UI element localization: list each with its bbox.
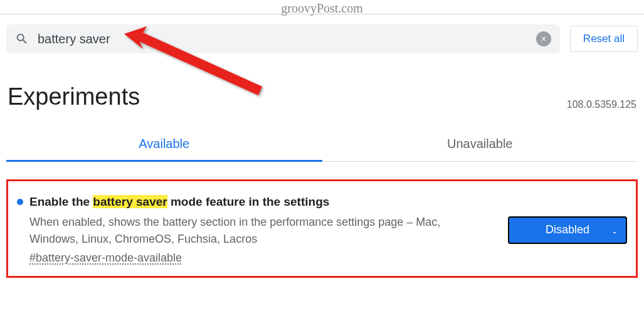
select-value: Disabled xyxy=(546,223,589,236)
experiment-title-row: Enable the battery saver mode feature in… xyxy=(17,195,495,209)
experiment-description: When enabled, shows the battery section … xyxy=(29,214,456,248)
close-icon xyxy=(540,35,547,43)
watermark-text: groovyPost.com xyxy=(281,1,363,16)
experiment-highlight-box: Enable the battery saver mode feature in… xyxy=(6,179,638,278)
experiment-state-select[interactable]: Disabled xyxy=(508,216,627,244)
chevron-down-icon xyxy=(611,226,618,234)
search-input[interactable] xyxy=(38,32,536,46)
tabs: Available Unavailable xyxy=(6,128,638,162)
header-row: Experiments 108.0.5359.125 xyxy=(6,83,638,110)
version-text: 108.0.5359.125 xyxy=(567,99,636,110)
tab-available[interactable]: Available xyxy=(6,128,322,162)
tab-unavailable[interactable]: Unavailable xyxy=(322,128,638,161)
experiment-body: Enable the battery saver mode feature in… xyxy=(17,195,495,265)
search-row: Reset all xyxy=(6,14,638,53)
search-highlight: battery saver xyxy=(93,195,167,208)
experiment-tag-link[interactable]: #battery-saver-mode-available xyxy=(29,251,182,265)
status-dot-icon xyxy=(17,199,23,205)
reset-all-button[interactable]: Reset all xyxy=(570,26,638,52)
search-icon xyxy=(15,32,29,46)
clear-search-button[interactable] xyxy=(536,31,551,46)
searchbox[interactable] xyxy=(6,24,560,53)
page-title: Experiments xyxy=(8,83,140,110)
experiment-title: Enable the battery saver mode feature in… xyxy=(29,195,329,209)
